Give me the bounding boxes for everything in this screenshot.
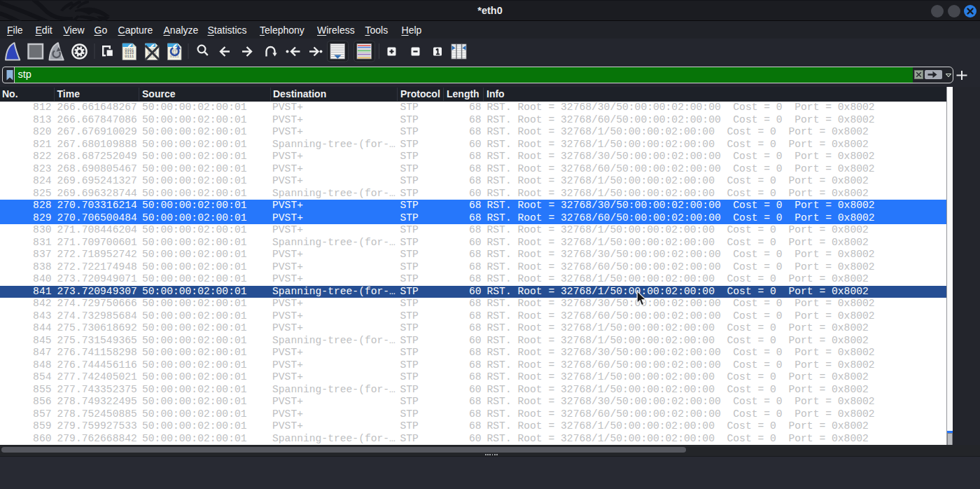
- svg-text:0111: 0111: [125, 55, 134, 59]
